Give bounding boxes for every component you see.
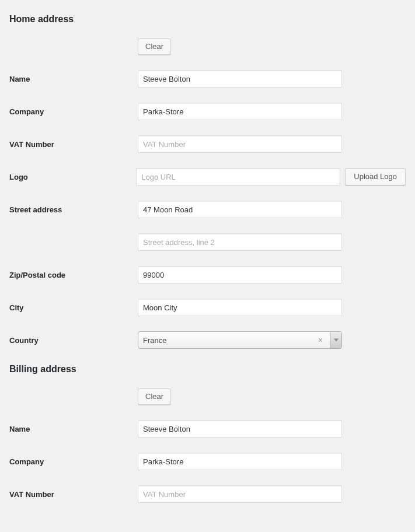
city-input[interactable] — [138, 299, 342, 316]
name-input[interactable] — [138, 70, 342, 88]
zip-label: Zip/Postal code — [9, 271, 138, 279]
street-label: Street address — [9, 205, 138, 214]
billing-vat-label: VAT Number — [9, 490, 138, 499]
country-label: Country — [9, 336, 138, 345]
billing-vat-input[interactable] — [138, 485, 342, 503]
street-input[interactable] — [138, 201, 342, 218]
country-clear-icon[interactable]: × — [316, 335, 325, 345]
billing-name-label: Name — [9, 425, 138, 433]
vat-label: VAT Number — [9, 140, 138, 149]
home-address-heading: Home address — [9, 14, 406, 24]
logo-url-input[interactable] — [136, 168, 340, 186]
billing-name-input[interactable] — [138, 420, 342, 438]
zip-input[interactable] — [138, 266, 342, 284]
clear-button-billing[interactable]: Clear — [138, 388, 171, 405]
upload-logo-button[interactable]: Upload Logo — [345, 168, 406, 186]
country-selected-value: France — [143, 336, 316, 345]
country-select[interactable]: France × — [138, 331, 342, 349]
clear-button-home[interactable]: Clear — [138, 38, 171, 55]
chevron-down-icon[interactable] — [330, 332, 341, 348]
billing-address-heading: Billing address — [9, 364, 406, 374]
billing-company-input[interactable] — [138, 453, 342, 470]
logo-label: Logo — [9, 173, 136, 181]
billing-company-label: Company — [9, 457, 138, 466]
name-label: Name — [9, 75, 138, 83]
vat-input[interactable] — [138, 135, 342, 153]
company-label: Company — [9, 107, 138, 116]
company-input[interactable] — [138, 103, 342, 120]
street2-input[interactable] — [138, 233, 342, 251]
city-label: City — [9, 303, 138, 312]
